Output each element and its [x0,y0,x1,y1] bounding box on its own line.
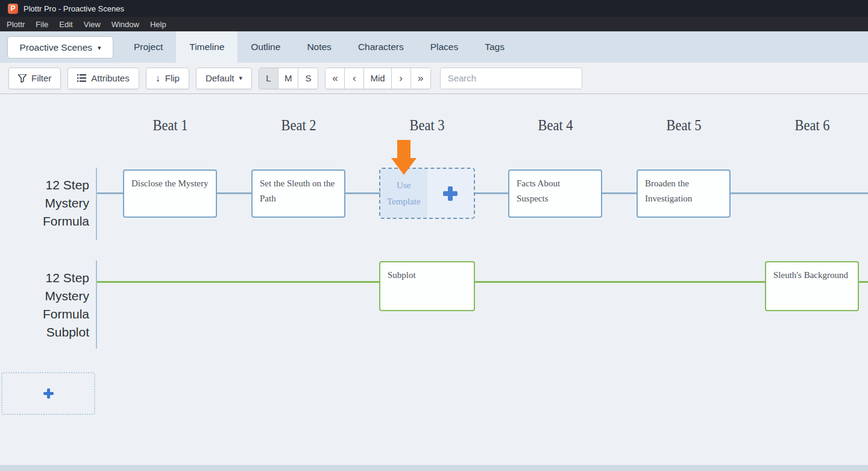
scroll-far-right-button[interactable]: » [411,68,430,89]
default-dropdown-button[interactable]: Default ▾ [196,68,252,89]
plottr-logo-letter: P [10,4,15,13]
size-small-button[interactable]: S [298,68,318,89]
book-selector-label: Proactive Scenes [19,42,92,53]
size-medium-button[interactable]: M [278,68,299,89]
tab-timeline[interactable]: Timeline [176,31,237,63]
attributes-button[interactable]: Attributes [68,68,139,89]
tab-notes[interactable]: Notes [294,31,345,63]
plotline-line-green [97,281,868,283]
filter-button[interactable]: Filter [8,68,61,89]
plottr-logo-icon: P [8,4,18,14]
tab-project[interactable]: Project [121,31,176,63]
filter-funnel-icon [18,74,27,83]
tab-outline[interactable]: Outline [237,31,294,63]
orange-down-arrow-icon [391,140,417,177]
scene-card-disclose-the-mystery[interactable]: Disclose the Mystery [123,169,217,218]
plotline-label-mystery-formula-subplot[interactable]: 12 Step Mystery Formula Subplot [0,269,89,341]
scroll-left-button[interactable]: ‹ [345,68,364,89]
menu-item-help[interactable]: Help [145,17,172,31]
plotline-divider [96,261,97,349]
app-window: P Plottr Pro - Proactive Scenes Plottr F… [0,0,868,471]
chevron-down-icon: ▾ [239,74,242,82]
view-tabs: Project Timeline Outline Notes Character… [121,31,518,63]
menu-item-plottr[interactable]: Plottr [1,17,30,31]
tab-tags[interactable]: Tags [471,31,518,63]
attributes-list-icon [77,74,86,82]
menu-bar: Plottr File Edit View Window Help [0,17,868,31]
timeline-toolbar: Filter Attributes ↓ Flip Default ▾ L M S… [0,63,868,94]
beat-header-4[interactable]: Beat 4 [498,117,614,134]
chevron-down-icon: ▾ [98,44,101,52]
scroll-mid-button[interactable]: Mid [364,68,391,89]
scene-card-set-the-sleuth-on-the-path[interactable]: Set the Sleuth on the Path [251,169,345,218]
menu-item-window[interactable]: Window [106,17,145,31]
timeline-canvas: Beat 1 Beat 2 Beat 3 Beat 4 Beat 5 Beat … [0,94,868,465]
beat-header-1[interactable]: Beat 1 [113,117,228,134]
tab-characters[interactable]: Characters [345,31,417,63]
menu-item-file[interactable]: File [30,17,54,31]
beat-header-2[interactable]: Beat 2 [241,117,357,134]
plotline-divider [96,168,97,240]
scene-card-broaden-the-investigation[interactable]: Broaden the Investigation [637,169,731,218]
book-selector-dropdown[interactable]: Proactive Scenes ▾ [7,36,113,58]
scroll-nav-button-group: « ‹ Mid › » [325,68,430,89]
attributes-label: Attributes [91,73,129,83]
default-label: Default [206,73,234,83]
titlebar: P Plottr Pro - Proactive Scenes [0,0,868,17]
scene-card-sleuths-background[interactable]: Sleuth's Background [765,261,859,311]
scroll-far-left-button[interactable]: « [326,68,345,89]
plotline-label-mystery-formula[interactable]: 12 Step Mystery Formula [0,176,89,230]
menu-item-view[interactable]: View [78,17,106,31]
tab-places[interactable]: Places [417,31,472,63]
tab-bar: Proactive Scenes ▾ Project Timeline Outl… [0,31,868,63]
flip-button[interactable]: ↓ Flip [146,68,189,89]
plus-icon [43,388,54,399]
size-large-button[interactable]: L [259,68,278,89]
plus-icon [443,186,458,201]
beat-header-6[interactable]: Beat 6 [755,117,868,134]
card-size-button-group: L M S [259,68,319,89]
add-plotline-button[interactable] [1,372,95,415]
flip-label: Flip [165,73,180,83]
search-input[interactable] [440,68,582,89]
add-card-button[interactable] [427,169,474,218]
beat-header-5[interactable]: Beat 5 [626,117,742,134]
scene-card-subplot[interactable]: Subplot [379,261,475,311]
menu-item-edit[interactable]: Edit [54,17,78,31]
scene-card-facts-about-suspects[interactable]: Facts About Suspects [508,169,602,218]
window-title: Plottr Pro - Proactive Scenes [24,4,124,13]
bottom-strip [0,465,868,471]
filter-label: Filter [31,73,51,83]
beat-header-3[interactable]: Beat 3 [370,117,485,134]
scroll-right-button[interactable]: › [392,68,411,89]
flip-down-arrow-icon: ↓ [156,73,160,84]
